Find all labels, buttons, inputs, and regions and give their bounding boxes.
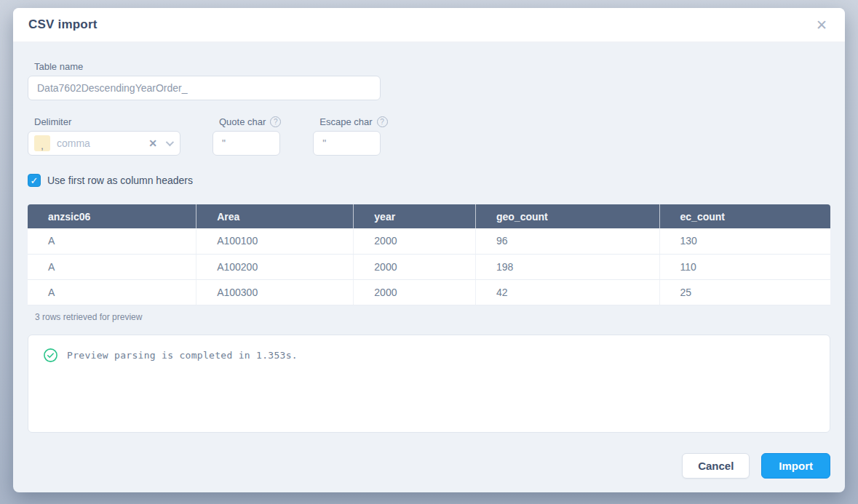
table-cell: A (28, 279, 196, 305)
first-row-headers-checkbox[interactable]: ✓ (28, 174, 41, 187)
preview-table: anzsic06Areayeargeo_countec_count AA1001… (28, 204, 830, 305)
log-message: Preview parsing is completed in 1.353s. (67, 348, 298, 361)
table-cell: 25 (659, 279, 830, 305)
column-header: anzsic06 (28, 204, 196, 228)
clear-icon[interactable]: ✕ (148, 137, 157, 149)
import-button[interactable]: Import (761, 453, 830, 479)
quote-char-label: Quote char (219, 116, 266, 127)
quote-char-field: Quote char ? (212, 116, 281, 156)
delimiter-select[interactable]: , comma ✕ (28, 131, 180, 156)
table-cell: A (28, 228, 196, 254)
dialog-title: CSV import (28, 17, 98, 32)
dialog-header: CSV import ✕ (13, 8, 845, 42)
table-cell: A100200 (196, 254, 354, 279)
column-header: ec_count (659, 204, 830, 228)
table-name-input[interactable] (28, 76, 381, 100)
table-cell: 130 (659, 228, 830, 254)
log-panel: Preview parsing is completed in 1.353s. (28, 335, 830, 433)
escape-char-label: Escape char (319, 116, 372, 127)
escape-char-input[interactable] (313, 131, 381, 156)
column-header: Area (196, 204, 354, 228)
preview-table-body: AA100100200096130AA1002002000198110AA100… (28, 228, 830, 305)
chevron-down-icon[interactable] (166, 138, 174, 146)
delimiter-value: comma (57, 137, 148, 149)
close-icon[interactable]: ✕ (816, 18, 827, 32)
table-name-label: Table name (34, 61, 830, 72)
quote-char-input[interactable] (212, 131, 280, 156)
checkmark-icon: ✓ (31, 175, 39, 186)
table-cell: 2000 (354, 279, 476, 305)
table-cell: A100300 (196, 279, 354, 305)
column-header: year (354, 204, 476, 228)
table-cell: A (28, 254, 196, 279)
delimiter-label: Delimiter (34, 116, 180, 127)
success-icon (43, 348, 58, 366)
help-icon[interactable]: ? (270, 116, 281, 127)
delimiter-field: Delimiter , comma ✕ (28, 116, 180, 156)
cancel-button[interactable]: Cancel (682, 453, 750, 479)
column-header: geo_count (475, 204, 659, 228)
table-cell: 42 (475, 279, 659, 305)
table-cell: 198 (475, 254, 659, 279)
table-row: AA1002002000198110 (28, 254, 830, 279)
table-name-field: Table name (28, 61, 830, 100)
preview-row-count: 3 rows retrieved for preview (35, 312, 830, 322)
parse-options-row: Delimiter , comma ✕ Quote char ? (28, 116, 830, 156)
table-cell: 2000 (354, 228, 476, 254)
first-row-headers-label: Use first row as column headers (47, 175, 193, 186)
help-icon[interactable]: ? (377, 116, 388, 127)
csv-import-dialog: CSV import ✕ Table name Delimiter , comm… (13, 8, 845, 492)
preview-table-header-row: anzsic06Areayeargeo_countec_count (28, 204, 830, 228)
table-cell: 96 (475, 228, 659, 254)
table-cell: A100100 (196, 228, 354, 254)
table-row: AA10030020004225 (28, 279, 830, 305)
dialog-body: Table name Delimiter , comma ✕ Quote cha… (13, 42, 845, 492)
table-row: AA100100200096130 (28, 228, 830, 254)
first-row-headers-row: ✓ Use first row as column headers (28, 174, 830, 187)
table-cell: 110 (659, 254, 830, 279)
table-cell: 2000 (354, 254, 476, 279)
dialog-footer: Cancel Import (28, 453, 830, 479)
escape-char-field: Escape char ? (313, 116, 387, 156)
delimiter-char-chip: , (34, 135, 50, 151)
